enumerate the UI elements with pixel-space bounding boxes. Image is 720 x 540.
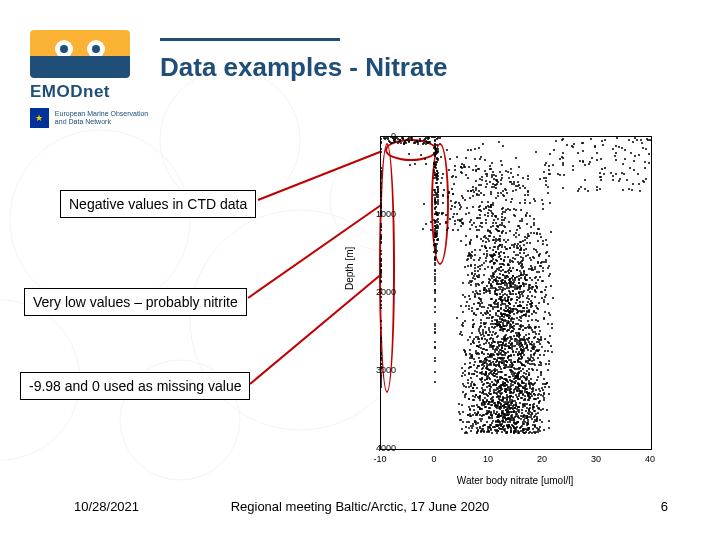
eu-tagline: European Marine Observation and Data Net… bbox=[55, 110, 150, 125]
brand-logo bbox=[30, 30, 130, 78]
svg-point-1 bbox=[160, 70, 300, 210]
footer-center: Regional meeting Baltic/Arctic, 17 June … bbox=[0, 499, 720, 514]
plot-area bbox=[380, 136, 652, 450]
callout-negative-ctd: Negative values in CTD data bbox=[60, 190, 256, 218]
y-axis-label: Depth [m] bbox=[344, 247, 355, 290]
svg-point-0 bbox=[10, 130, 190, 310]
title-rule bbox=[160, 38, 340, 41]
eu-flag-icon: ★ bbox=[30, 108, 49, 128]
callout-missing-value: -9.98 and 0 used as missing value bbox=[20, 372, 250, 400]
callout-low-nitrite: Very low values – probably nitrite bbox=[24, 288, 247, 316]
brand-name: EMODnet bbox=[30, 82, 150, 102]
eu-row: ★ European Marine Observation and Data N… bbox=[30, 108, 150, 128]
slide-title: Data examples - Nitrate bbox=[160, 52, 448, 83]
brand-block: EMODnet ★ European Marine Observation an… bbox=[30, 30, 150, 128]
x-axis-label: Water body nitrate [umol/l] bbox=[380, 475, 650, 486]
footer-page: 6 bbox=[661, 499, 668, 514]
slide-root: EMODnet ★ European Marine Observation an… bbox=[0, 0, 720, 540]
scatter-chart: Depth [m] Water body nitrate [umol/l] 01… bbox=[340, 130, 670, 486]
